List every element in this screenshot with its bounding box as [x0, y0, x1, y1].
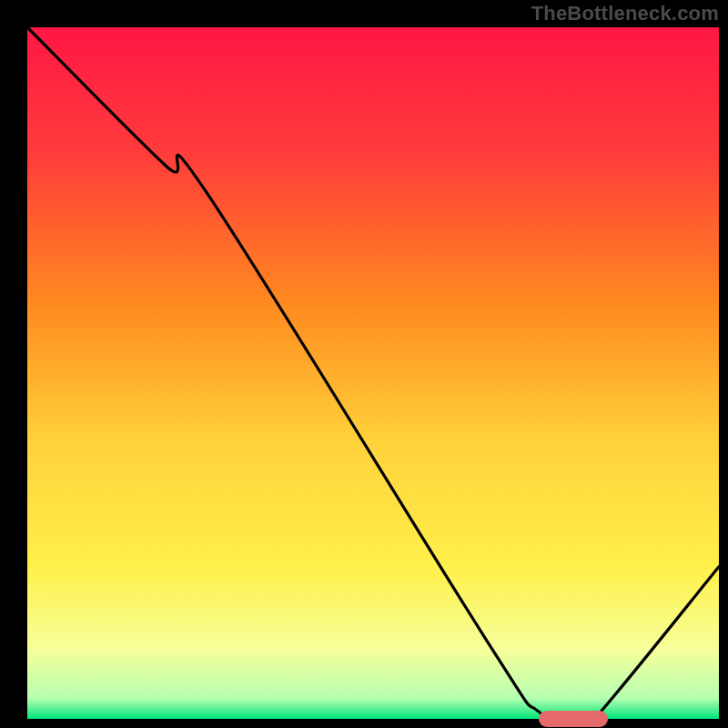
bottleneck-chart [0, 0, 728, 728]
optimal-marker [539, 711, 608, 727]
chart-frame: TheBottleneck.com [0, 0, 728, 728]
watermark-text: TheBottleneck.com [531, 2, 719, 25]
